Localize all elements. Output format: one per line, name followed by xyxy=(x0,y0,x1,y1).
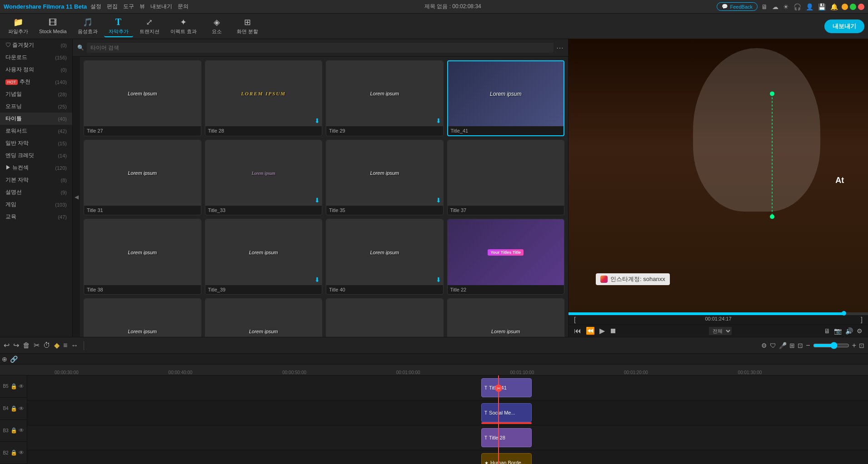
title-card-39[interactable]: Lorem ipsum ⬇ Title_39 xyxy=(205,219,323,294)
feedback-button[interactable]: 💬 FeedBack xyxy=(717,2,758,11)
export-button[interactable]: 내보내기 xyxy=(824,20,864,33)
clip-title-28[interactable]: T Title 28 xyxy=(481,428,532,447)
delete-button[interactable]: 🗑 xyxy=(23,341,30,350)
search-input[interactable] xyxy=(87,43,554,53)
track-eye-5[interactable]: 👁 xyxy=(19,383,24,390)
left-item-opening[interactable]: 오프닝 (25) xyxy=(0,100,72,113)
tool-titles[interactable]: T 자막추가 xyxy=(104,15,133,37)
title-card-22[interactable]: Your Titles Title Title 22 xyxy=(447,219,565,294)
left-item-education[interactable]: 교육 (47) xyxy=(0,211,72,223)
left-item-games[interactable]: 게임 (103) xyxy=(0,198,72,211)
left-item-anniversary[interactable]: 기념일 (28) xyxy=(0,88,72,100)
tool-file-add[interactable]: 📁 파일추가 xyxy=(4,15,33,37)
link-button[interactable]: 🔗 xyxy=(10,355,18,363)
stop-button[interactable]: ⏹ xyxy=(609,327,617,335)
preview-progress-bar[interactable] xyxy=(569,312,868,315)
clip-human-border[interactable]: ★ Human Borde... xyxy=(481,453,532,464)
playhead[interactable] xyxy=(498,375,499,464)
redo-button[interactable]: ↪ xyxy=(13,341,19,350)
options-menu[interactable]: ⋯ xyxy=(556,44,564,52)
audio-button[interactable]: ≡ xyxy=(63,341,67,350)
title-card-r4-4[interactable]: Lorem ipsum ⬇ xyxy=(447,298,565,337)
nav-left-arrow[interactable]: ◀ xyxy=(73,57,80,337)
left-item-end-credits[interactable]: 엔딩 크레딧 (14) xyxy=(0,149,72,162)
left-item-new-section[interactable]: ▶ 뉴컨섹 (120) xyxy=(0,162,72,174)
monitor-icon[interactable]: 🖥 xyxy=(761,3,768,10)
title-card-40[interactable]: Lorem ipsum ⬇ Title 40 xyxy=(326,219,444,294)
tool-split-screen[interactable]: ⊞ 화면 분할 xyxy=(232,15,263,37)
volume-icon[interactable]: 🔊 xyxy=(845,327,853,335)
left-item-user-defined[interactable]: 사용자 정의 (0) xyxy=(0,64,72,76)
monitor-out-icon[interactable]: 🖥 xyxy=(824,327,830,335)
clip-title-41[interactable]: T Title_41 xyxy=(481,378,532,397)
settings-icon[interactable]: ⚙ xyxy=(857,327,863,335)
track-eye-2[interactable]: 👁 xyxy=(19,449,24,456)
keyframe-button[interactable]: ◆ xyxy=(54,341,60,350)
cloud-icon[interactable]: ☁ xyxy=(772,3,778,10)
ripple-button[interactable]: ↔ xyxy=(71,341,78,350)
bell-icon[interactable]: 🔔 xyxy=(830,3,838,10)
brightness-icon[interactable]: ☀ xyxy=(783,3,789,10)
fit-button[interactable]: ⊡ xyxy=(859,342,864,349)
track-eye-4[interactable]: 👁 xyxy=(19,405,24,412)
render-icon[interactable]: ⚙ xyxy=(761,342,767,349)
left-item-captions[interactable]: 설명선 (9) xyxy=(0,186,72,198)
shield-icon[interactable]: 🛡 xyxy=(770,342,776,349)
playback-range-select[interactable]: 전체 xyxy=(709,327,732,335)
timer-button[interactable]: ⏱ xyxy=(43,341,50,350)
track-lock-2[interactable]: 🔒 xyxy=(10,449,17,456)
minimize-button[interactable] xyxy=(842,4,848,10)
title-card-35[interactable]: Lorem ipsum ⬇ Title 35 xyxy=(326,140,444,215)
title-card-31[interactable]: Lorem ipsum Title 31 xyxy=(84,140,201,215)
snapshot-icon[interactable]: 📷 xyxy=(834,327,842,335)
zoom-out-button[interactable]: − xyxy=(806,341,810,350)
tool-effects[interactable]: ✦ 이펙트 효과 xyxy=(166,15,201,37)
progress-handle[interactable] xyxy=(842,311,846,316)
title-card-37[interactable]: Title 37 xyxy=(447,140,565,215)
title-card-28[interactable]: LOREM IPSUM ⬇ Title 28 xyxy=(205,60,323,136)
mic-icon[interactable]: 🎤 xyxy=(779,342,787,349)
zoom-in-button[interactable]: + xyxy=(852,341,856,350)
person-icon[interactable]: 👤 xyxy=(806,3,813,10)
menu-export[interactable]: 내보내기 xyxy=(150,3,172,10)
undo-button[interactable]: ↩ xyxy=(4,341,10,350)
track-lock-4[interactable]: 🔒 xyxy=(10,405,17,412)
title-card-27[interactable]: Lorem Ipsum Title 27 xyxy=(84,60,201,136)
left-item-titles[interactable]: 타이틀 (40) xyxy=(0,113,72,125)
left-item-favorites[interactable]: ♡ 즐겨찾기 (0) xyxy=(0,39,72,51)
save-icon[interactable]: 💾 xyxy=(818,3,826,10)
play-button[interactable]: ▶ xyxy=(599,326,605,335)
track-eye-3[interactable]: 👁 xyxy=(19,427,24,434)
zoom-slider[interactable] xyxy=(813,342,849,349)
title-card-33[interactable]: Lorem ipsum ⬇ Title_33 xyxy=(205,140,323,215)
cut-button[interactable]: ✂ xyxy=(34,341,40,350)
title-card-38[interactable]: Lorem ipsum Title 38 xyxy=(84,219,201,294)
menu-edit[interactable]: 편집 xyxy=(107,3,118,10)
title-card-29[interactable]: Lorem ipsum ⬇ Title 29 xyxy=(326,60,444,136)
left-item-download[interactable]: 다운로드 (156) xyxy=(0,51,72,64)
rewind-button[interactable]: ⏮ xyxy=(574,327,581,335)
left-item-subtitles[interactable]: 일반 자막 (15) xyxy=(0,137,72,149)
left-item-basic-sub[interactable]: 기본 자막 (8) xyxy=(0,174,72,186)
title-card-r4-2[interactable]: Lorem ipsum ⬇ xyxy=(205,298,323,337)
tool-stock-media[interactable]: 🎞 Stock Media xyxy=(35,15,71,37)
track-lock-3[interactable]: 🔒 xyxy=(10,427,17,434)
title-card-r4-3[interactable]: ⬇ xyxy=(326,298,444,337)
maximize-button[interactable] xyxy=(850,4,856,10)
menu-settings[interactable]: 설정 xyxy=(90,3,101,10)
title-card-r4-1[interactable]: Lorem ipsum ⬇ xyxy=(84,298,201,337)
tool-transitions[interactable]: ⤢ 트랜지션 xyxy=(135,15,164,37)
tool-audio-effects[interactable]: 🎵 음성효과 xyxy=(73,15,102,37)
left-item-lower-third[interactable]: 로워서드 (42) xyxy=(0,125,72,137)
headphone-icon[interactable]: 🎧 xyxy=(793,3,801,10)
close-button[interactable] xyxy=(858,4,864,10)
menu-view[interactable]: 뷰 xyxy=(140,3,145,10)
title-card-41[interactable]: Lorem ipsum Title_41 xyxy=(447,60,565,136)
track-lock-5[interactable]: 🔒 xyxy=(10,383,17,390)
prev-frame-button[interactable]: ⏪ xyxy=(586,326,595,335)
split-icon[interactable]: ⊞ xyxy=(789,342,795,349)
menu-tools[interactable]: 도구 xyxy=(123,3,134,10)
add-track-button[interactable]: ⊕ xyxy=(2,355,7,363)
left-item-hot[interactable]: HOT추천 (140) xyxy=(0,76,72,88)
menu-help[interactable]: 문의 xyxy=(178,3,189,10)
